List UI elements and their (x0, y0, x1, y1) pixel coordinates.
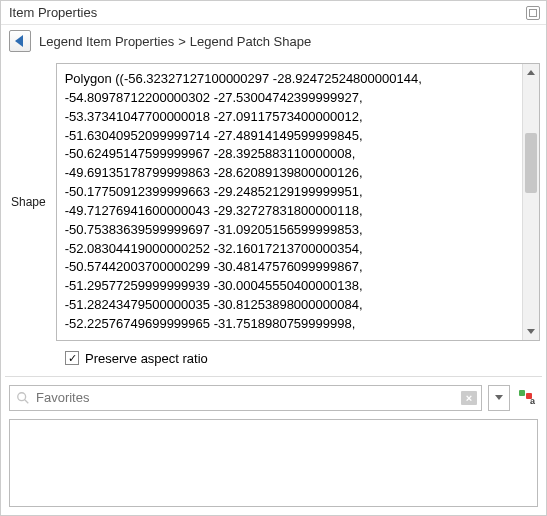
chevron-down-icon (495, 395, 503, 400)
shape-wkt-field[interactable]: Polygon ((-56.32327127100000297 -28.9247… (56, 63, 540, 341)
shape-row: Shape Polygon ((-56.32327127100000297 -2… (1, 57, 546, 345)
preserve-aspect-checkbox[interactable]: ✓ (65, 351, 79, 365)
undock-icon[interactable] (526, 6, 540, 20)
breadcrumb-separator: > (178, 34, 186, 49)
item-properties-panel: Item Properties Legend Item Properties >… (0, 0, 547, 516)
search-input[interactable] (36, 390, 455, 405)
back-button[interactable] (9, 30, 31, 52)
svg-point-1 (18, 393, 26, 401)
breadcrumb-current: Legend Patch Shape (190, 34, 311, 49)
scroll-track[interactable] (523, 81, 539, 323)
breadcrumb-row: Legend Item Properties > Legend Patch Sh… (1, 25, 546, 57)
scroll-thumb[interactable] (525, 133, 537, 193)
panel-titlebar: Item Properties (1, 1, 546, 25)
shape-label: Shape (11, 63, 50, 341)
scrollbar-vertical[interactable] (522, 64, 539, 340)
scroll-down-button[interactable] (523, 323, 539, 340)
search-row: a (1, 377, 546, 419)
symbol-list[interactable] (9, 419, 538, 507)
arrow-left-icon (15, 35, 25, 47)
clear-search-icon[interactable] (461, 391, 477, 405)
breadcrumb-parent[interactable]: Legend Item Properties (39, 34, 174, 49)
style-manager-button[interactable]: a (516, 387, 538, 409)
svg-marker-0 (15, 35, 23, 47)
panel-title: Item Properties (9, 5, 97, 20)
preserve-aspect-label: Preserve aspect ratio (85, 351, 208, 366)
chevron-up-icon (527, 70, 535, 75)
style-manager-icon: a (519, 390, 535, 406)
shape-wkt-text[interactable]: Polygon ((-56.32327127100000297 -28.9247… (57, 64, 522, 340)
search-icon (16, 391, 30, 405)
search-field-wrap[interactable] (9, 385, 482, 411)
scroll-up-button[interactable] (523, 64, 539, 81)
chevron-down-icon (527, 329, 535, 334)
search-dropdown-button[interactable] (488, 385, 510, 411)
preserve-aspect-row: ✓ Preserve aspect ratio (1, 345, 546, 376)
breadcrumb: Legend Item Properties > Legend Patch Sh… (39, 34, 311, 49)
svg-line-2 (25, 400, 29, 404)
